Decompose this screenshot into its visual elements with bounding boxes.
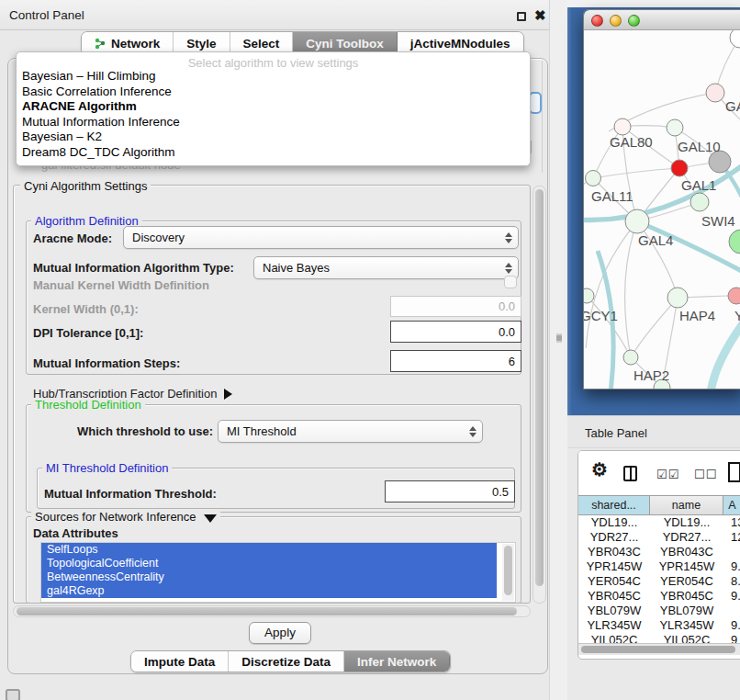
cell-value: 8. [723,574,740,589]
table-horizontal-scrollbar[interactable] [578,643,740,655]
close-icon[interactable]: ✖ [534,7,546,24]
combo-focus-fragment [529,92,542,114]
cell-shared-name: YDL19... [578,515,650,530]
settings-vertical-scrollbar[interactable] [533,186,546,604]
node-hap2[interactable] [623,350,638,365]
node-green-right[interactable] [729,230,740,254]
node-swi4[interactable] [690,193,709,211]
control-panel: Control Panel ✖ Network Style Select Cyn… [0,0,569,700]
node-label: GAL4 [638,232,673,248]
node-y-cut[interactable] [728,288,740,304]
cell-value: 12 [723,530,740,545]
dropdown-item[interactable]: Mutual Information Inference [17,115,530,130]
aracne-mode-combo[interactable]: Discovery [123,226,519,249]
column-header-name[interactable]: name [650,496,723,514]
table-row[interactable]: YIL052CYIL052C9 [578,633,740,643]
list-item[interactable]: SelfLoops [41,543,497,557]
node-partial-top[interactable] [730,30,740,48]
list-item[interactable]: TopologicalCoefficient [41,557,497,570]
tab-style-label: Style [186,37,216,51]
dropdown-item[interactable]: Dream8 DC_TDC Algorithm [17,145,530,161]
node-gal80[interactable] [614,119,631,135]
table-panel-title: Table Panel [585,426,647,440]
select-all-columns-icon[interactable]: ☑☑ [656,468,679,481]
node-label: GCY1 [584,308,618,323]
application-window: Control Panel ✖ Network Style Select Cyn… [0,0,740,700]
node-gal1-red[interactable] [671,160,688,176]
table-row[interactable]: YBL079WYBL079W [578,604,740,618]
table-row[interactable]: YLR345WYLR345W9. [578,618,740,633]
apply-button[interactable]: Apply [249,622,311,644]
scrollbar-thumb[interactable] [504,546,512,595]
minimize-traffic-light-icon[interactable] [610,15,622,27]
combo-arrows-icon [469,421,477,442]
split-pane-divider[interactable] [549,0,567,700]
node-label: GAL10 [678,139,721,154]
node-label: GAL80 [610,134,653,150]
list-item[interactable]: gal4RGexp [41,584,497,598]
tab-infer-network-label: Infer Network [357,655,436,669]
network-window-titlebar[interactable] [584,10,740,30]
scrollbar-thumb[interactable] [17,607,517,615]
node-gal-cut[interactable] [706,84,724,102]
node-gal10[interactable] [667,119,683,136]
node-gal11[interactable] [586,171,601,186]
tab-discretize-data[interactable]: Discretize Data [229,651,344,672]
table-row[interactable]: YBR045CYBR045C9. [578,589,740,604]
table-row[interactable]: YDL19...YDL19...13 [578,515,740,530]
attributes-scrollbar[interactable] [502,544,514,601]
column-header-shared-name[interactable]: shared... [578,496,650,514]
table-row[interactable]: YDR27...YDR27...12 [578,530,740,545]
column-header-partial[interactable]: A [723,496,740,514]
cell-shared-name: YIL052C [578,633,650,643]
manual-kernel-checkbox[interactable] [504,276,517,288]
node-gcy1[interactable] [584,288,594,303]
cell-value: 9. [723,589,740,604]
minimized-panel-icon[interactable] [6,689,20,700]
cell-value: 13 [723,515,740,530]
close-traffic-light-icon[interactable] [591,15,603,27]
float-window-icon[interactable] [517,12,526,21]
cell-name: YDR27... [650,530,723,545]
cell-shared-name: YBR043C [578,545,650,559]
dpi-tolerance-input[interactable] [390,321,521,343]
deselect-all-columns-icon[interactable]: ☐☐ [694,468,717,481]
dropdown-item[interactable]: Bayesian – Hill Climbing [17,69,530,85]
which-threshold-combo[interactable]: MI Threshold [218,420,483,443]
network-canvas[interactable]: GAL GAL80 GAL10 GAL1 GAL11 SWI4 GAL4 GCY… [584,30,740,389]
gear-icon[interactable]: ⚙ [591,458,608,480]
mi-threshold-input[interactable] [385,480,515,502]
tab-impute-data[interactable]: Impute Data [131,651,229,672]
cell-name: YPR145W [650,559,723,574]
settings-horizontal-scrollbar[interactable] [13,605,531,617]
tab-infer-network[interactable]: Infer Network [344,651,450,672]
node-label: HAP2 [633,367,669,383]
manual-kernel-label: Manual Kernel Width Definition [33,278,209,292]
node-hap4[interactable] [667,288,688,308]
cell-shared-name: YBL079W [578,604,650,618]
kernel-width-input[interactable] [390,296,521,317]
mi-steps-label: Mutual Information Steps: [33,356,180,370]
export-table-icon[interactable] [728,462,740,482]
dropdown-item-selected[interactable]: ARACNE Algorithm [17,99,530,115]
mi-steps-input[interactable] [390,350,521,372]
groupbox-edge-fragment [542,61,543,173]
zoom-traffic-light-icon[interactable] [628,15,640,27]
dropdown-item[interactable]: Basic Correlation Inference [17,85,530,100]
mi-type-combo[interactable]: Naive Bayes [253,256,519,279]
table-body: YDL19...YDL19...13 YDR27...YDR27...12 YB… [578,515,740,643]
dropdown-item[interactable]: Bayesian – K2 [17,130,530,145]
node-gal4[interactable] [625,209,649,233]
scrollbar-thumb[interactable] [535,189,544,586]
scrollbar-thumb[interactable] [581,646,735,653]
cell-shared-name: YLR345W [578,618,650,633]
sources-toggle[interactable]: Sources for Network Inference [31,510,220,524]
table-row[interactable]: YER054CYER054C8. [578,574,740,589]
divider-grip-icon[interactable] [556,333,562,343]
table-row[interactable]: YBR043CYBR043C [578,545,740,559]
node-label: HAP4 [679,308,715,323]
split-columns-icon[interactable] [623,466,637,481]
list-item[interactable]: BetweennessCentrality [41,570,497,584]
table-toolbar: ⚙ ☑☑ ☐☐ [578,451,740,495]
table-row[interactable]: YPR145WYPR145W9. [578,559,740,574]
